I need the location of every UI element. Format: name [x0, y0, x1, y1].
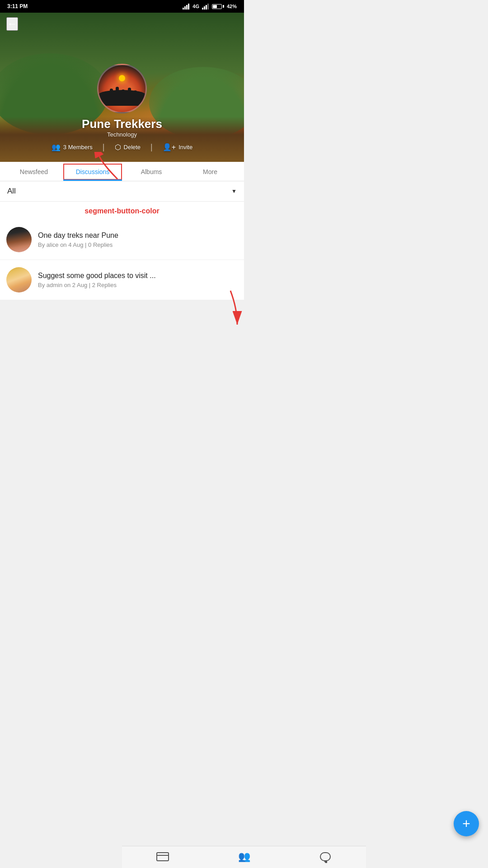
- fab-arrow-svg: [212, 286, 244, 331]
- filter-row[interactable]: All ▼: [0, 181, 244, 202]
- delete-action[interactable]: ⬡ Delete: [115, 143, 141, 151]
- battery-percent: 42%: [227, 4, 237, 9]
- tab-albums[interactable]: Albums: [122, 162, 181, 181]
- signal-icon-2: [202, 4, 209, 9]
- group-avatar: [97, 64, 147, 113]
- svg-rect-7: [207, 4, 209, 9]
- status-right: 4G 42%: [183, 4, 237, 9]
- tab-discussions[interactable]: Discussions: [63, 162, 122, 181]
- svg-rect-4: [202, 8, 203, 9]
- discussion-title-1: One day treks near Pune: [38, 231, 118, 240]
- tab-bar: Newsfeed Discussions Albums More: [0, 162, 244, 181]
- signal-icon: [183, 4, 190, 9]
- discussion-content-2: Suggest some good places to visit ... By…: [38, 272, 156, 288]
- hero-section: ← Pune Trekkers Technology 👥 3 Members |…: [0, 13, 244, 162]
- invite-label: Invite: [178, 144, 192, 151]
- delete-label: Delete: [124, 144, 141, 151]
- svg-rect-0: [183, 8, 184, 9]
- svg-rect-6: [206, 5, 207, 9]
- discussion-meta-2: By admin on 2 Aug | 2 Replies: [38, 282, 156, 288]
- annotation-text: segment-button-color: [0, 205, 244, 220]
- avatar-alice: [6, 227, 32, 252]
- avatar-image-1: [6, 227, 32, 252]
- members-action[interactable]: 👥 3 Members: [52, 143, 93, 151]
- invite-icon: 👤+: [163, 143, 176, 151]
- discussion-list: One day treks near Pune By alice on 4 Au…: [0, 220, 244, 300]
- svg-rect-5: [204, 6, 205, 9]
- avatar-image-2: [6, 267, 32, 292]
- delete-icon: ⬡: [115, 143, 121, 151]
- group-category: Technology: [107, 131, 137, 138]
- tab-newsfeed[interactable]: Newsfeed: [5, 162, 63, 181]
- discussion-content-1: One day treks near Pune By alice on 4 Au…: [38, 231, 118, 248]
- invite-action[interactable]: 👤+ Invite: [163, 143, 192, 151]
- dropdown-icon: ▼: [231, 188, 237, 194]
- battery-icon: [212, 4, 224, 9]
- network-type: 4G: [192, 4, 199, 9]
- discussion-item[interactable]: One day treks near Pune By alice on 4 Au…: [0, 220, 244, 260]
- annotation-area: segment-button-color: [0, 202, 244, 220]
- back-button[interactable]: ←: [6, 17, 18, 31]
- status-time: 3:11 PM: [7, 3, 28, 9]
- members-icon: 👥: [52, 143, 61, 151]
- svg-rect-1: [184, 6, 186, 9]
- group-name: Pune Trekkers: [82, 117, 162, 131]
- discussion-meta-1: By alice on 4 Aug | 0 Replies: [38, 241, 118, 248]
- hero-actions: 👥 3 Members | ⬡ Delete | 👤+ Invite: [52, 142, 192, 152]
- discussion-item[interactable]: Suggest some good places to visit ... By…: [0, 260, 244, 300]
- filter-label: All: [7, 187, 16, 196]
- members-label: 3 Members: [63, 144, 93, 151]
- svg-rect-2: [186, 5, 188, 9]
- tab-more[interactable]: More: [181, 162, 239, 181]
- separator-2: |: [150, 142, 153, 152]
- avatar-admin: [6, 267, 32, 292]
- svg-rect-3: [188, 4, 189, 9]
- separator-1: |: [103, 142, 105, 152]
- status-bar: 3:11 PM 4G 42%: [0, 0, 244, 13]
- discussion-title-2: Suggest some good places to visit ...: [38, 272, 156, 280]
